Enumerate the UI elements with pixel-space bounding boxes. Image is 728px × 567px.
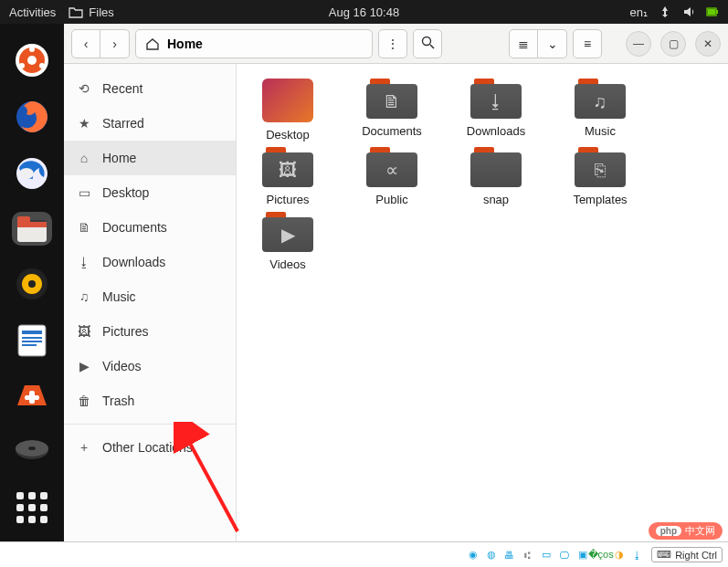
maximize-icon: ▢ — [669, 37, 679, 50]
vbox-hdd-icon[interactable]: ◉ — [465, 547, 480, 562]
gnome-top-bar: Activities Files Aug 16 10:48 en₁ — [0, 0, 728, 24]
sidebar-item-home[interactable]: ⌂Home — [64, 141, 236, 175]
file-label: Desktop — [266, 128, 310, 142]
dock-app-rhythmbox[interactable] — [12, 266, 52, 302]
sidebar-item-recent[interactable]: ⟲Recent — [64, 71, 236, 106]
sidebar-separator — [64, 424, 236, 425]
file-desktop[interactable]: Desktop — [244, 79, 332, 142]
sidebar-item-documents[interactable]: 🗎Documents — [64, 210, 236, 245]
dock-app-libreoffice-writer[interactable] — [12, 322, 52, 359]
activities-button[interactable]: Activities — [9, 5, 56, 19]
host-key-label: Right Ctrl — [675, 550, 717, 561]
clock[interactable]: Aug 16 10:48 — [329, 5, 399, 19]
sidebar-item-other-locations[interactable]: +Other Locations — [64, 430, 236, 465]
sidebar-item-label: Trash — [102, 394, 134, 408]
sidebar-item-label: Recent — [102, 81, 142, 96]
path-label: Home — [167, 37, 203, 51]
path-bar[interactable]: Home — [135, 29, 373, 58]
dock-app-ubuntu-software[interactable] — [12, 379, 52, 413]
file-videos[interactable]: ▶ Videos — [244, 212, 332, 271]
watermark-badge: php 中文网 — [649, 522, 723, 540]
maximize-button[interactable]: ▢ — [660, 31, 686, 57]
file-public[interactable]: ∝ Public — [348, 147, 436, 206]
sidebar-item-music[interactable]: ♫Music — [64, 279, 236, 314]
back-button[interactable]: ‹ — [71, 29, 100, 58]
path-menu-button[interactable]: ⋮ — [378, 29, 407, 58]
svg-point-6 — [29, 47, 35, 52]
keyboard-icon: ⌨ — [657, 549, 671, 561]
sidebar-item-videos[interactable]: ▶Videos — [64, 349, 236, 383]
file-label: Videos — [269, 257, 306, 271]
svg-point-7 — [19, 63, 25, 68]
minimize-button[interactable]: — — [626, 31, 651, 57]
vbox-host-key[interactable]: ⌨ Right Ctrl — [651, 547, 723, 562]
file-downloads[interactable]: ⭳ Downloads — [452, 79, 540, 142]
svg-rect-15 — [17, 222, 47, 227]
videos-icon: ▶ — [77, 359, 91, 373]
svg-rect-22 — [22, 341, 42, 342]
dock-app-files[interactable] — [12, 212, 52, 246]
chevron-right-icon: › — [112, 37, 117, 51]
file-snap[interactable]: snap — [452, 147, 540, 206]
sidebar-item-label: Starred — [102, 116, 144, 131]
svg-point-5 — [27, 56, 37, 65]
vbox-clipboard-icon[interactable]: ◑ — [611, 547, 627, 562]
vbox-usb-icon[interactable]: ⑆ — [520, 547, 535, 562]
file-music[interactable]: ♫ Music — [556, 79, 644, 142]
view-switcher: ≣ ⌄ — [509, 29, 567, 58]
network-icon[interactable] — [659, 5, 671, 18]
nautilus-window: ‹ › Home ⋮ ≣ ⌄ ≡ — ▢ ✕ ⟲Recent ★Starred … — [64, 24, 728, 541]
file-templates[interactable]: ⎘ Templates — [556, 147, 644, 206]
svg-rect-1 — [716, 10, 718, 14]
file-label: Documents — [362, 124, 422, 138]
recent-icon: ⟲ — [77, 81, 91, 96]
vbox-optical-icon[interactable]: ◍ — [483, 547, 499, 562]
svg-point-11 — [19, 168, 34, 179]
folder-icon — [470, 147, 522, 187]
pictures-icon: 🖼 — [77, 324, 91, 339]
battery-icon[interactable] — [706, 5, 719, 18]
list-view-button[interactable]: ≣ — [509, 29, 538, 58]
app-menu[interactable]: Files — [69, 5, 113, 19]
search-button[interactable] — [413, 29, 442, 58]
close-button[interactable]: ✕ — [695, 31, 721, 57]
folder-icon: 🖼 — [262, 147, 313, 187]
vbox-network-icon[interactable]: �ços — [593, 547, 608, 562]
view-options-button[interactable]: ⌄ — [538, 29, 567, 58]
folder-icon: ⎘ — [575, 147, 626, 187]
sidebar-item-label: Other Locations — [102, 440, 193, 455]
input-source-indicator[interactable]: en₁ — [630, 5, 648, 19]
volume-icon[interactable] — [682, 5, 695, 18]
documents-icon: 🗎 — [77, 220, 91, 235]
sidebar-item-label: Documents — [102, 220, 167, 235]
vbox-shared-folder-icon[interactable]: ▭ — [538, 547, 554, 562]
chevron-down-icon: ⌄ — [547, 37, 558, 51]
vbox-mouse-icon[interactable]: ⭳ — [629, 547, 645, 562]
star-icon: ★ — [77, 116, 91, 131]
dock-app-thunderbird[interactable] — [12, 155, 52, 192]
sidebar-item-downloads[interactable]: ⭳Downloads — [64, 245, 236, 279]
show-applications-button[interactable] — [12, 491, 52, 525]
sidebar-item-starred[interactable]: ★Starred — [64, 106, 236, 141]
home-icon — [145, 37, 160, 51]
folder-icon: ♫ — [575, 79, 626, 119]
sidebar-item-desktop[interactable]: ▭Desktop — [64, 175, 236, 210]
sidebar-item-pictures[interactable]: 🖼Pictures — [64, 314, 236, 349]
dock-app-disk[interactable] — [12, 434, 52, 467]
sidebar-item-trash[interactable]: 🗑Trash — [64, 383, 236, 418]
hamburger-menu-button[interactable]: ≡ — [573, 29, 602, 58]
vbox-audio-icon[interactable]: 🖶 — [501, 547, 517, 562]
sidebar-item-label: Home — [102, 151, 136, 165]
headerbar: ‹ › Home ⋮ ≣ ⌄ ≡ — ▢ ✕ — [64, 24, 728, 64]
file-pictures[interactable]: 🖼 Pictures — [244, 147, 332, 206]
svg-rect-21 — [22, 337, 42, 339]
file-documents[interactable]: 🗎 Documents — [348, 79, 436, 142]
app-menu-label: Files — [89, 5, 113, 19]
dock-app-settings[interactable] — [12, 42, 52, 79]
vbox-display-icon[interactable]: 🖵 — [556, 547, 572, 562]
dock-app-firefox[interactable] — [12, 99, 52, 135]
minimize-icon: — — [633, 37, 644, 50]
icon-view[interactable]: Desktop 🗎 Documents ⭳ Downloads ♫ Music … — [237, 64, 728, 541]
forward-button[interactable]: › — [100, 29, 130, 58]
file-label: Music — [585, 124, 616, 138]
